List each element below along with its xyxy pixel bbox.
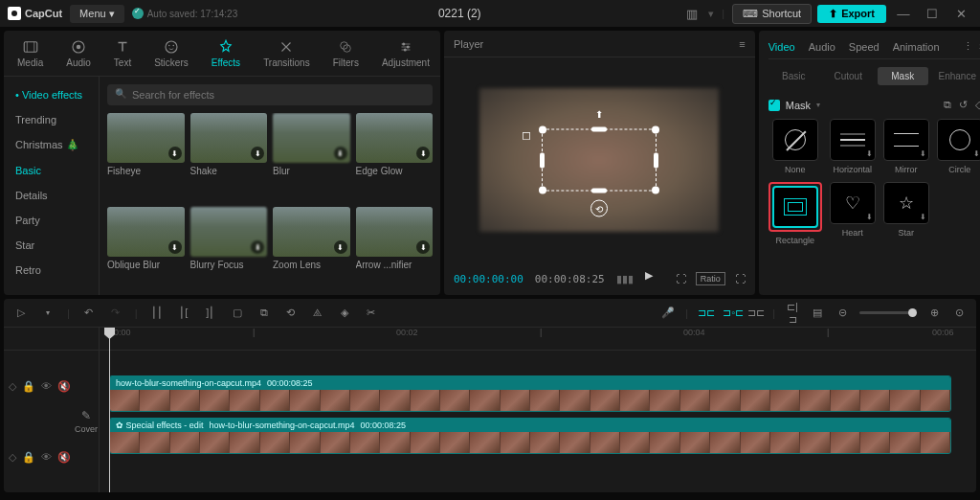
timeline-clip-2[interactable]: ✿ Special effects - edithow-to-blur-some…	[109, 418, 951, 454]
mask-handle-right[interactable]	[654, 152, 658, 168]
mask-handle-tr[interactable]	[652, 126, 659, 134]
tab-audio[interactable]: Audio	[56, 34, 100, 72]
split-left-tool[interactable]: ⎮[	[176, 307, 191, 319]
effect-fisheye[interactable]: Fisheye	[107, 113, 185, 201]
sidebar-trending[interactable]: Trending	[4, 107, 99, 132]
zoom-slider[interactable]	[859, 311, 917, 314]
subtab-basic[interactable]: Basic	[768, 67, 819, 85]
inspector-tab-animation[interactable]: Animation	[893, 41, 940, 53]
mask-none[interactable]: None	[768, 119, 822, 174]
layout-icon[interactable]: ▥	[681, 3, 702, 24]
effect-blur[interactable]: Blur	[273, 113, 350, 201]
effect-edge-glow[interactable]: Edge Glow	[356, 113, 434, 201]
delete-tool[interactable]: ▢	[230, 307, 245, 319]
mask-reset-icon[interactable]: ↺	[959, 99, 968, 111]
subtab-cutout[interactable]: Cutout	[823, 67, 874, 85]
play-button[interactable]: ▶	[645, 269, 664, 288]
sidebar-video-effects[interactable]: Video effects	[4, 82, 99, 107]
crop-tool[interactable]: ✂	[364, 307, 379, 319]
magnet-icon[interactable]: ⊐⊏	[698, 307, 713, 319]
playhead[interactable]	[109, 328, 110, 492]
subtab-mask[interactable]: Mask	[878, 67, 928, 85]
mask-rectangle[interactable]: Rectangle	[768, 182, 822, 245]
close-button[interactable]: ✕	[949, 2, 972, 25]
sidebar-party[interactable]: Party	[4, 208, 99, 233]
tab-stickers[interactable]: Stickers	[145, 34, 198, 72]
mic-icon[interactable]: 🎤	[660, 307, 676, 319]
mask-draw-handle[interactable]: ◻	[522, 128, 531, 142]
player-canvas[interactable]: ⟲ ⬆ ◻	[444, 57, 755, 262]
mask-enable-checkbox[interactable]	[768, 100, 780, 111]
track-1-controls[interactable]: ◇🔒👁🔇	[4, 351, 75, 421]
menu-button[interactable]: Menu ▾	[70, 5, 124, 23]
ratio-button[interactable]: Ratio	[696, 272, 725, 285]
subtab-enhance[interactable]: Enhance	[932, 67, 980, 85]
frames-icon[interactable]: ▮▮▮	[616, 273, 634, 285]
tab-adjustment[interactable]: Adjustment	[372, 34, 439, 72]
timeline-ruler[interactable]: 00:00 | 00:02 | 00:04 | 00:06	[100, 328, 976, 351]
mask-handle-tl[interactable]	[539, 126, 546, 134]
maximize-button[interactable]: ☐	[921, 2, 944, 25]
inspector-more-icon[interactable]: ⋮ ›	[963, 40, 980, 53]
mask-rotate-handle[interactable]: ⟲	[590, 200, 608, 217]
effect-zoom-lens[interactable]: Zoom Lens	[273, 207, 350, 295]
tab-text[interactable]: Text	[104, 34, 141, 72]
sidebar-star[interactable]: Star	[4, 233, 99, 258]
export-button[interactable]: ⬆ Export	[817, 5, 886, 23]
mask-handle-bl[interactable]	[539, 187, 546, 194]
link-icon[interactable]: ⊐◦⊏	[723, 307, 738, 319]
copy-tool[interactable]: ⧉	[256, 307, 272, 319]
mask-handle-top[interactable]	[591, 127, 607, 132]
mask-keyframe-icon[interactable]: ◇	[975, 99, 980, 111]
effect-arrow-magnifier[interactable]: Arrow ...nifier	[356, 207, 434, 295]
mask-up-handle[interactable]: ⬆	[595, 109, 603, 120]
tab-filters[interactable]: Filters	[323, 34, 368, 72]
zoom-out-icon[interactable]: ⊝	[835, 307, 850, 319]
mask-copy-icon[interactable]: ⧉	[944, 99, 951, 111]
effect-shake[interactable]: Shake	[190, 113, 268, 201]
preview-icon[interactable]: ⊐⊏	[747, 307, 763, 319]
reverse-tool[interactable]: ⟲	[283, 307, 299, 319]
mask-mirror[interactable]: ⬇ Mirror	[883, 119, 929, 174]
crop-icon[interactable]: ⛶	[676, 273, 686, 284]
inspector-tab-audio[interactable]: Audio	[809, 41, 835, 53]
mask-handle-br[interactable]	[652, 187, 659, 194]
sidebar-basic[interactable]: Basic	[4, 158, 99, 183]
minimize-button[interactable]: —	[892, 2, 915, 25]
track-2-controls[interactable]: ◇🔒👁🔇	[4, 421, 75, 492]
player-menu-icon[interactable]: ≡	[739, 38, 745, 50]
redo-button[interactable]: ↷	[108, 307, 123, 319]
search-input[interactable]	[107, 84, 433, 105]
cursor-dropdown[interactable]: ▾	[40, 308, 56, 317]
effect-blurry-focus[interactable]: Blurry Focus	[190, 207, 268, 295]
shortcut-button[interactable]: ⌨ Shortcut	[732, 4, 812, 24]
split-tool[interactable]: ⎮⎮	[149, 307, 165, 319]
timeline-clip-1[interactable]: how-to-blur-something-on-capcut.mp400:00…	[109, 375, 951, 412]
track-icon[interactable]: ▤	[810, 307, 825, 319]
mask-handle-left[interactable]	[540, 152, 545, 168]
cursor-tool[interactable]: ▷	[13, 307, 29, 319]
mirror-tool[interactable]: ⧌	[310, 307, 325, 319]
mask-horizontal[interactable]: ⬇ Horizontal	[830, 119, 876, 174]
split-right-tool[interactable]: ]⎮	[203, 307, 218, 319]
tab-media[interactable]: Media	[8, 34, 53, 72]
mask-star[interactable]: ☆⬇ Star	[883, 182, 929, 245]
sidebar-christmas[interactable]: Christmas 🎄	[4, 132, 99, 158]
mask-rectangle-overlay[interactable]: ⟲ ⬆ ◻	[542, 129, 657, 192]
mask-circle[interactable]: ⬇ Circle	[937, 119, 980, 174]
effect-oblique-blur[interactable]: Oblique Blur	[107, 207, 185, 295]
sidebar-retro[interactable]: Retro	[4, 258, 99, 283]
mask-handle-bottom[interactable]	[591, 189, 607, 193]
undo-button[interactable]: ↶	[81, 307, 97, 319]
tab-transitions[interactable]: Transitions	[254, 34, 320, 72]
mask-heart[interactable]: ♡⬇ Heart	[830, 182, 876, 245]
zoom-fit-icon[interactable]: ⊙	[951, 307, 967, 319]
sidebar-details[interactable]: Details	[4, 183, 99, 208]
inspector-tab-speed[interactable]: Speed	[849, 41, 880, 53]
rotate-tool[interactable]: ◈	[337, 307, 352, 319]
fullscreen-icon[interactable]: ⛶	[735, 273, 746, 284]
zoom-in-icon[interactable]: ⊕	[926, 307, 942, 319]
inspector-tab-video[interactable]: Video	[768, 41, 795, 53]
tab-effects[interactable]: Effects	[202, 34, 250, 72]
align-icon[interactable]: ⊏|⊐	[785, 301, 800, 326]
